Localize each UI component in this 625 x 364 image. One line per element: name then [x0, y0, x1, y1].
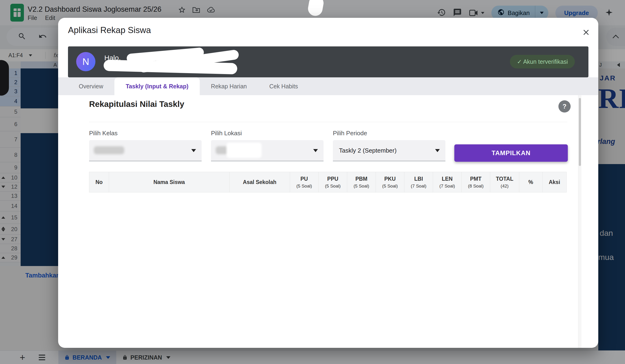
chevron-down-icon: [435, 149, 440, 152]
modal-tab-bar: OverviewTaskly (Input & Rekap)Rekap Hari…: [58, 77, 598, 95]
tab-cek-habits[interactable]: Cek Habits: [258, 77, 309, 95]
close-icon: [582, 28, 591, 37]
tampilkan-button[interactable]: TAMPILKAN: [454, 144, 568, 162]
verified-badge: ✓ Akun terverifikasi: [510, 55, 575, 68]
kelas-label: Pilih Kelas: [89, 130, 118, 137]
column-header-total: TOTAL(42): [490, 172, 519, 192]
column-header-lbi: LBI(7 Soal): [405, 172, 433, 192]
screen: V2.2 Dashboard Siswa Joglosemar 25/26 Fi…: [0, 0, 625, 364]
tab-rekap-harian[interactable]: Rekap Harian: [200, 77, 258, 95]
tab-overview[interactable]: Overview: [67, 77, 114, 95]
modal-title: Aplikasi Rekap Siswa: [68, 25, 151, 35]
chevron-down-icon: [191, 149, 196, 152]
lokasi-select[interactable]: [211, 140, 323, 161]
column-header-no: No: [89, 172, 109, 192]
lokasi-value-redaction: [226, 143, 262, 158]
column-header-namasiswa: Nama Siswa: [109, 172, 229, 192]
kelas-select[interactable]: [89, 140, 202, 161]
column-header-len: LEN(7 Soal): [433, 172, 462, 192]
modal-scrollbar[interactable]: [578, 95, 581, 348]
column-header-pmt: PMT(8 Soal): [462, 172, 490, 192]
column-header-aksi: Aksi: [542, 172, 567, 192]
column-header-%: %: [519, 172, 542, 192]
column-header-pbm: PBM(5 Soal): [347, 172, 376, 192]
scrollbar-thumb[interactable]: [579, 98, 581, 166]
lokasi-label: Pilih Lokasi: [211, 130, 242, 137]
chevron-down-icon: [313, 149, 318, 152]
greeting-panel: N Halo, ✓ Akun terverifikasi: [68, 46, 589, 77]
column-header-asalsekolah: Asal Sekolah: [229, 172, 290, 192]
help-button[interactable]: ?: [559, 100, 571, 113]
rekap-table: NoNama SiswaAsal SekolahPU(5 Soal)PPU(5 …: [89, 172, 567, 192]
periode-label: Pilih Periode: [333, 130, 367, 137]
column-header-pku: PKU(5 Soal): [376, 172, 405, 192]
column-header-pu: PU(5 Soal): [290, 172, 319, 192]
section-heading: Rekapitulasi Nilai Taskly: [89, 99, 184, 109]
tab-taskly-input-rekap-[interactable]: Taskly (Input & Rekap): [114, 77, 200, 95]
close-button[interactable]: [581, 27, 591, 37]
periode-value: Taskly 2 (September): [339, 147, 397, 154]
periode-select[interactable]: Taskly 2 (September): [333, 140, 445, 161]
avatar: N: [76, 52, 95, 71]
rekap-siswa-modal: Aplikasi Rekap Siswa N Halo, ✓ Akun terv…: [58, 18, 598, 348]
column-header-ppu: PPU(5 Soal): [319, 172, 347, 192]
kelas-value-redaction: [94, 146, 124, 154]
